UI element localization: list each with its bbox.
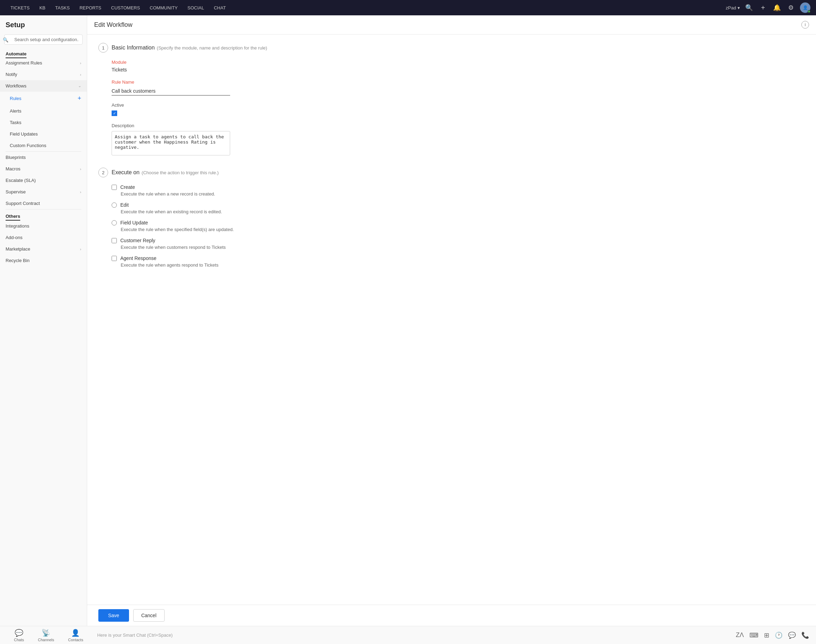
agent-response-checkbox[interactable]	[112, 256, 117, 261]
footer-tabs: 💬 Chats 📡 Channels 👤 Contacts	[7, 627, 90, 643]
nav-right: zPad ▾ 🔍 + 🔔 ⚙ 👤	[726, 2, 810, 13]
sidebar-item-add-ons[interactable]: Add-ons	[0, 232, 87, 243]
sidebar-item-rules[interactable]: Rules +	[0, 92, 87, 105]
description-textarea[interactable]: Assign a task to agents to call back the…	[112, 131, 230, 155]
top-navigation: TICKETS KB TASKS REPORTS CUSTOMERS COMMU…	[0, 0, 816, 15]
nav-customers[interactable]: CUSTOMERS	[106, 0, 145, 15]
sidebar-item-escalate[interactable]: Escalate (SLA)	[0, 175, 87, 186]
nav-social[interactable]: SOCIAL	[183, 0, 209, 15]
save-button[interactable]: Save	[98, 609, 129, 622]
execute-option-field-update: Field Update Execute the rule when the s…	[112, 220, 805, 232]
customer-reply-checkbox[interactable]	[112, 238, 117, 243]
sidebar-item-alerts[interactable]: Alerts	[0, 105, 87, 117]
field-update-label: Field Update	[120, 220, 148, 225]
sidebar-item-integrations[interactable]: Integrations	[0, 220, 87, 232]
search-icon[interactable]: 🔍	[744, 3, 754, 12]
agent-response-desc: Execute the rule when agents respond to …	[121, 262, 805, 268]
cancel-button[interactable]: Cancel	[133, 609, 164, 622]
module-value: Tickets	[112, 67, 805, 72]
zai-icon[interactable]: ZΛ	[736, 632, 744, 639]
active-checkbox-wrap: ✓	[112, 110, 805, 116]
phone-icon[interactable]: 📞	[801, 632, 809, 639]
execute-option-create: Create Execute the rule when a new recor…	[112, 184, 805, 196]
sidebar-item-tasks[interactable]: Tasks	[0, 117, 87, 128]
rules-add-icon[interactable]: +	[77, 95, 81, 102]
online-status-dot	[808, 10, 810, 13]
customer-reply-desc: Execute the rule when customers respond …	[121, 245, 805, 250]
footer-tab-chats[interactable]: 💬 Chats	[7, 627, 31, 643]
sidebar-item-support-contract[interactable]: Support Contract	[0, 198, 87, 209]
nav-items: TICKETS KB TASKS REPORTS CUSTOMERS COMMU…	[6, 0, 726, 15]
clock-icon[interactable]: 🕐	[775, 632, 782, 639]
sidebar-item-supervise[interactable]: Supervise ›	[0, 186, 87, 198]
info-icon[interactable]: i	[801, 21, 809, 29]
section-execute-on: 2 Execute on (Choose the action to trigg…	[98, 168, 805, 268]
module-label: Module	[112, 60, 805, 65]
sidebar-item-macros[interactable]: Macros ›	[0, 163, 87, 175]
nav-tickets[interactable]: TICKETS	[6, 0, 35, 15]
chevron-right-icon: ›	[80, 167, 81, 171]
sidebar-item-recycle-bin[interactable]: Recycle Bin	[0, 255, 87, 266]
page-title: Edit Workflow	[94, 21, 132, 29]
keyboard-icon[interactable]: ⌨	[749, 632, 758, 639]
active-field: Active ✓	[112, 103, 805, 116]
automate-section-label: Automate	[0, 48, 87, 57]
agent-response-label: Agent Response	[120, 255, 157, 261]
active-checkbox[interactable]: ✓	[112, 110, 117, 116]
nav-chat[interactable]: CHAT	[209, 0, 231, 15]
module-field: Module Tickets	[112, 60, 805, 72]
nav-reports[interactable]: REPORTS	[75, 0, 106, 15]
description-label: Description	[112, 123, 805, 128]
content-header: Edit Workflow i	[87, 15, 816, 35]
edit-row: Edit	[112, 202, 805, 208]
avatar[interactable]: 👤	[800, 2, 810, 13]
message-icon[interactable]: 💬	[788, 632, 796, 639]
footer-tab-channels[interactable]: 📡 Channels	[31, 627, 61, 643]
customer-reply-row: Customer Reply	[112, 238, 805, 243]
plus-icon[interactable]: +	[758, 3, 768, 12]
sidebar-search-wrap: 🔍	[0, 32, 87, 48]
sidebar-item-notify[interactable]: Notify ›	[0, 69, 87, 80]
sidebar-search-input[interactable]	[4, 35, 83, 44]
sidebar-item-field-updates[interactable]: Field Updates	[0, 128, 87, 140]
content-area: Edit Workflow i 1 Basic Information (Spe…	[87, 15, 816, 626]
execute-option-customer-reply: Customer Reply Execute the rule when cus…	[112, 238, 805, 250]
bottom-action-bar: Save Cancel	[87, 605, 816, 626]
sidebar-item-workflows[interactable]: Workflows ⌄	[0, 80, 87, 92]
rule-name-input[interactable]	[112, 87, 230, 95]
section2-title-row: 2 Execute on (Choose the action to trigg…	[98, 168, 805, 177]
field-update-radio[interactable]	[112, 220, 117, 225]
sidebar-item-marketplace[interactable]: Marketplace ›	[0, 243, 87, 255]
settings-icon[interactable]: ⚙	[786, 3, 796, 12]
chevron-right-icon: ›	[80, 61, 81, 65]
customer-reply-label: Customer Reply	[120, 238, 155, 243]
edit-label: Edit	[120, 202, 129, 208]
main-layout: Setup 🔍 Automate Assignment Rules › Noti…	[0, 15, 816, 626]
contacts-icon: 👤	[71, 629, 80, 637]
agent-response-row: Agent Response	[112, 255, 805, 261]
sidebar: Setup 🔍 Automate Assignment Rules › Noti…	[0, 15, 87, 626]
chevron-right-icon: ›	[80, 247, 81, 251]
nav-tasks[interactable]: TASKS	[50, 0, 75, 15]
sidebar-item-custom-functions[interactable]: Custom Functions	[0, 140, 87, 151]
edit-radio[interactable]	[112, 202, 117, 208]
section-basic-info: 1 Basic Information (Specify the module,…	[98, 43, 805, 156]
notifications-icon[interactable]: 🔔	[772, 3, 782, 12]
create-checkbox[interactable]	[112, 185, 117, 190]
smart-chat-placeholder[interactable]: Here is your Smart Chat (Ctrl+Space)	[97, 633, 736, 638]
sidebar-item-assignment-rules[interactable]: Assignment Rules ›	[0, 57, 87, 69]
workflows-sub-items: Rules + Alerts Tasks Field Updates Custo…	[0, 92, 87, 151]
nav-community[interactable]: COMMUNITY	[145, 0, 182, 15]
section2-number: 2	[98, 168, 108, 177]
section1-title-row: 1 Basic Information (Specify the module,…	[98, 43, 805, 53]
section1-number: 1	[98, 43, 108, 53]
nav-kb[interactable]: KB	[35, 0, 50, 15]
grid-icon[interactable]: ⊞	[764, 632, 769, 639]
zpad-button[interactable]: zPad ▾	[726, 5, 740, 11]
footer-tab-contacts[interactable]: 👤 Contacts	[61, 627, 90, 643]
chevron-right-icon: ›	[80, 190, 81, 194]
section2-subtitle: (Choose the action to trigger this rule.…	[141, 170, 219, 175]
footer-right-icons: ZΛ ⌨ ⊞ 🕐 💬 📞	[736, 632, 809, 639]
field-update-row: Field Update	[112, 220, 805, 225]
sidebar-item-blueprints[interactable]: Blueprints	[0, 152, 87, 163]
